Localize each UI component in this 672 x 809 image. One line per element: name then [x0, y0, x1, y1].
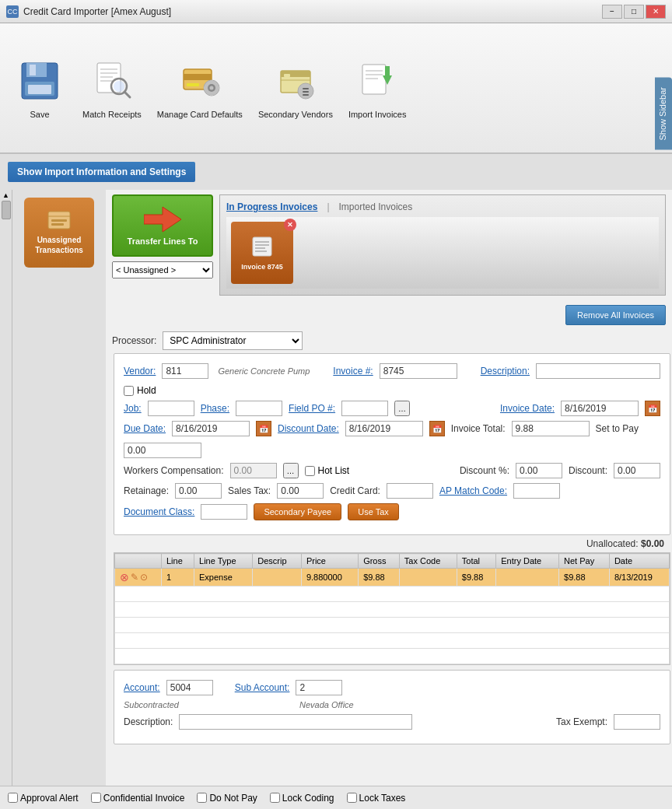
form-row-5: Retainage: Sales Tax: Credit Card: AP Ma…	[124, 483, 660, 499]
manage-card-toolbar-item[interactable]: Manage Card Defaults	[157, 56, 243, 120]
sub-account-label[interactable]: Sub Account:	[235, 682, 290, 693]
tab-imported[interactable]: Imported Invoices	[339, 201, 413, 212]
col-descrip: Descrip	[253, 554, 302, 569]
remove-all-button[interactable]: Remove All Invoices	[565, 305, 666, 325]
credit-card-input[interactable]	[387, 483, 433, 499]
confidential-invoice-checkbox-row: Confidential Invoice	[91, 793, 185, 804]
discount-date-label[interactable]: Discount Date:	[278, 423, 339, 434]
table-row[interactable]: ⊗ ✎ ⊙ 1 Expense 9.880000 $9.88 $	[115, 569, 670, 587]
import-icon	[352, 56, 402, 106]
secondary-payee-button[interactable]: Secondary Payee	[254, 503, 341, 520]
col-entry-date: Entry Date	[496, 554, 559, 569]
invoices-box: In Progress Invoices | Imported Invoices…	[219, 194, 666, 296]
tax-exempt-input[interactable]	[614, 714, 660, 730]
invoice-date-label[interactable]: Invoice Date:	[500, 403, 555, 414]
unassigned-transactions-button[interactable]: UnassignedTransactions	[24, 198, 94, 268]
table-header-row: Line Line Type Descrip Price Gross Tax C…	[115, 554, 670, 569]
ap-match-code-label[interactable]: AP Match Code:	[439, 485, 507, 496]
set-to-pay-input[interactable]	[124, 443, 201, 458]
match-receipts-toolbar-item[interactable]: Match Receipts	[82, 56, 142, 120]
phase-input[interactable]	[236, 401, 282, 416]
row-delete-icon[interactable]: ⊗	[120, 571, 129, 583]
minimize-button[interactable]: −	[602, 5, 622, 19]
maximize-button[interactable]: □	[624, 5, 644, 19]
svg-rect-31	[362, 65, 386, 94]
secondary-vendors-toolbar-item[interactable]: Secondary Vendors	[258, 56, 333, 120]
sales-tax-input[interactable]	[277, 483, 324, 499]
account-label[interactable]: Account:	[124, 682, 160, 693]
ap-match-code-input[interactable]	[513, 483, 560, 499]
invoice-num-label[interactable]: Invoice #:	[333, 366, 373, 376]
discount-date-input[interactable]	[345, 421, 423, 436]
workers-comp-button[interactable]: …	[283, 463, 299, 478]
field-po-browse-button[interactable]: …	[394, 401, 410, 416]
transfer-lines-button[interactable]: Transfer Lines To	[112, 194, 213, 257]
processor-select[interactable]: SPC Administrator	[163, 331, 303, 350]
phase-label[interactable]: Phase:	[201, 403, 229, 414]
do-not-pay-checkbox[interactable]	[197, 793, 207, 803]
due-date-label[interactable]: Due Date:	[124, 423, 166, 434]
confidential-invoice-checkbox[interactable]	[91, 793, 101, 803]
use-tax-button[interactable]: Use Tax	[348, 503, 399, 520]
invoice-num-input[interactable]	[380, 363, 457, 379]
invoice-date-input[interactable]	[561, 401, 639, 416]
field-po-input[interactable]	[341, 401, 388, 416]
lock-taxes-label: Lock Taxes	[359, 793, 406, 804]
vendor-label[interactable]: Vendor:	[124, 366, 156, 376]
close-button[interactable]: ✕	[646, 5, 666, 19]
account-description-input[interactable]	[179, 714, 412, 730]
tab-in-progress[interactable]: In Progress Invoices	[226, 201, 317, 212]
vscrollbar[interactable]: ▲	[0, 190, 12, 809]
save-toolbar-item[interactable]: Save	[12, 56, 67, 120]
job-label[interactable]: Job:	[124, 403, 142, 414]
hot-list-checkbox[interactable]	[305, 466, 315, 476]
discount-date-calendar-button[interactable]: 📅	[429, 421, 445, 436]
due-date-input[interactable]	[172, 421, 250, 436]
import-invoices-toolbar-item[interactable]: Import Invoices	[348, 56, 407, 120]
form-row-2: Job: Phase: Field PO #: … Invoice Date: …	[124, 401, 660, 416]
description-label[interactable]: Description:	[481, 366, 530, 376]
row-copy-icon[interactable]: ⊙	[140, 572, 148, 583]
document-class-input[interactable]	[201, 504, 247, 520]
col-line: Line	[162, 554, 194, 569]
row-edit-icon[interactable]: ✎	[131, 572, 138, 583]
import-info-bar[interactable]: Show Import Information and Settings	[8, 162, 195, 182]
job-input[interactable]	[148, 401, 194, 416]
vendor-input[interactable]	[162, 363, 208, 379]
invoice-close-icon[interactable]: ✕	[284, 219, 296, 231]
processor-row: Processor: SPC Administrator	[112, 328, 672, 353]
retainage-input[interactable]	[175, 483, 222, 499]
window-controls: − □ ✕	[602, 5, 666, 19]
lock-taxes-checkbox[interactable]	[347, 793, 357, 803]
invoice-form: Vendor: Generic Concrete Pump Invoice #:…	[114, 353, 670, 535]
row-tax-code	[399, 569, 457, 587]
row-gross: $9.88	[359, 569, 400, 587]
discount-input[interactable]	[614, 463, 660, 478]
discount-pct-input[interactable]	[516, 463, 562, 478]
hold-checkbox[interactable]	[124, 386, 134, 396]
account-input[interactable]	[166, 680, 213, 695]
unassigned-dropdown[interactable]: < Unassigned >	[112, 261, 213, 278]
description-input[interactable]	[536, 363, 660, 379]
sub-account-input[interactable]	[296, 680, 342, 695]
retainage-label: Retainage:	[124, 485, 169, 496]
workers-comp-input[interactable]	[230, 463, 277, 478]
approval-alert-label: Approval Alert	[20, 793, 79, 804]
lock-coding-checkbox[interactable]	[270, 793, 280, 803]
invoice-total-input[interactable]	[512, 421, 590, 436]
field-po-label[interactable]: Field PO #:	[289, 403, 335, 414]
approval-alert-checkbox[interactable]	[8, 793, 18, 803]
due-date-calendar-button[interactable]: 📅	[256, 421, 271, 436]
account-row-1: Account: Sub Account:	[124, 680, 660, 695]
invoice-date-calendar-button[interactable]: 📅	[645, 401, 660, 416]
svg-rect-22	[216, 86, 219, 89]
processor-label: Processor:	[112, 335, 156, 346]
toolbar: Save Match Receipts	[0, 23, 672, 154]
empty-row	[115, 649, 670, 664]
svg-rect-28	[303, 88, 309, 89]
app-icon: CC	[6, 5, 19, 18]
svg-rect-15	[187, 83, 199, 86]
document-class-label[interactable]: Document Class:	[124, 506, 194, 517]
receipt-icon	[87, 56, 137, 106]
invoice-card-8745[interactable]: ✕ Invoi	[231, 222, 293, 284]
